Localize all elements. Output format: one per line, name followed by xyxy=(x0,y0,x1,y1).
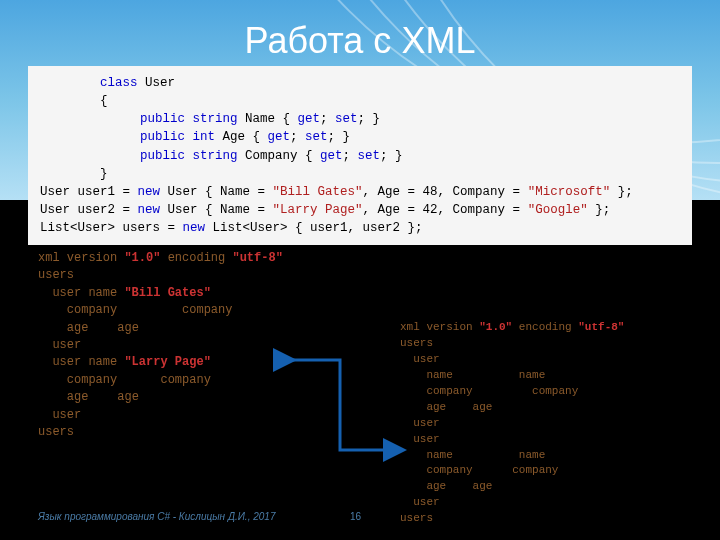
xml-token: user xyxy=(400,496,440,508)
code-token: User user2 = xyxy=(40,203,138,217)
code-token: get xyxy=(320,149,343,163)
code-token: "Larry Page" xyxy=(273,203,363,217)
code-token: User xyxy=(138,76,176,90)
xml-token: company xyxy=(38,373,117,387)
xml-token: xml version xyxy=(400,321,479,333)
xml-token: "Larry Page" xyxy=(124,355,210,369)
xml-token: encoding xyxy=(160,251,232,265)
code-token: new xyxy=(138,203,161,217)
code-token: "Google" xyxy=(528,203,588,217)
code-token: , Age = 48, Company = xyxy=(363,185,528,199)
code-token: public xyxy=(140,112,185,126)
code-token: Age { xyxy=(215,130,268,144)
xml-token: age xyxy=(88,390,138,404)
xml-token: age xyxy=(38,390,88,404)
footer-text: Язык программирования C# - Кислицын Д.И.… xyxy=(38,511,275,522)
code-token: new xyxy=(183,221,206,235)
code-token: class xyxy=(100,76,138,90)
xml-token: age xyxy=(38,321,88,335)
xml-token: age xyxy=(446,480,492,492)
code-token: ; xyxy=(343,149,358,163)
xml-element-style: xml version "1.0" encoding "utf-8" users… xyxy=(400,320,624,527)
code-token: ; } xyxy=(380,149,403,163)
xml-attribute-style: xml version "1.0" encoding "utf-8" users… xyxy=(38,250,283,441)
code-token: } xyxy=(100,167,108,181)
code-token: set xyxy=(305,130,328,144)
code-token: ; xyxy=(290,130,305,144)
code-token: set xyxy=(358,149,381,163)
code-token: public xyxy=(140,149,185,163)
xml-token: user name xyxy=(38,286,124,300)
code-token: Company { xyxy=(238,149,321,163)
code-token: List<User> { user1, user2 }; xyxy=(205,221,423,235)
xml-token: users xyxy=(400,512,433,524)
code-token: User { Name = xyxy=(160,203,273,217)
code-token: ; } xyxy=(358,112,381,126)
code-token: set xyxy=(335,112,358,126)
code-token: User user1 = xyxy=(40,185,138,199)
slide-title: Работа с XML xyxy=(0,20,720,62)
code-token: , Age = 42, Company = xyxy=(363,203,528,217)
bidirectional-arrow-icon xyxy=(270,330,410,470)
code-token: get xyxy=(298,112,321,126)
xml-token: age xyxy=(446,401,492,413)
xml-token: company xyxy=(473,464,559,476)
xml-token: company xyxy=(38,303,117,317)
code-token: public xyxy=(140,130,185,144)
code-token: get xyxy=(268,130,291,144)
xml-token: "utf-8" xyxy=(232,251,282,265)
xml-token: company xyxy=(473,385,579,397)
xml-token: encoding xyxy=(512,321,578,333)
code-token: List<User> users = xyxy=(40,221,183,235)
xml-token: name xyxy=(453,369,545,381)
xml-token: users xyxy=(38,268,74,282)
code-token: { xyxy=(100,94,108,108)
code-token: User { Name = xyxy=(160,185,273,199)
xml-token: age xyxy=(88,321,138,335)
code-block: class User { public string Name { get; s… xyxy=(28,66,692,245)
code-token: Name { xyxy=(238,112,298,126)
xml-token: "Bill Gates" xyxy=(124,286,210,300)
xml-token: user xyxy=(38,408,81,422)
code-token: "Bill Gates" xyxy=(273,185,363,199)
code-token: new xyxy=(138,185,161,199)
xml-token: xml version xyxy=(38,251,124,265)
xml-token: user xyxy=(38,338,81,352)
code-token: ; } xyxy=(328,130,351,144)
xml-token: "1.0" xyxy=(479,321,512,333)
code-token: }; xyxy=(610,185,633,199)
xml-token: users xyxy=(38,425,74,439)
xml-token: company xyxy=(117,303,232,317)
page-number: 16 xyxy=(350,511,361,522)
xml-token: user name xyxy=(38,355,124,369)
code-token: string xyxy=(185,149,238,163)
code-token: int xyxy=(185,130,215,144)
code-token: string xyxy=(185,112,238,126)
code-token: ; xyxy=(320,112,335,126)
xml-token: company xyxy=(117,373,211,387)
code-token: }; xyxy=(588,203,611,217)
xml-token: company xyxy=(400,385,473,397)
xml-token: company xyxy=(400,464,473,476)
xml-token: "utf-8" xyxy=(578,321,624,333)
xml-token: age xyxy=(400,480,446,492)
xml-token: name xyxy=(453,449,545,461)
xml-token: "1.0" xyxy=(124,251,160,265)
code-token: "Microsoft" xyxy=(528,185,611,199)
